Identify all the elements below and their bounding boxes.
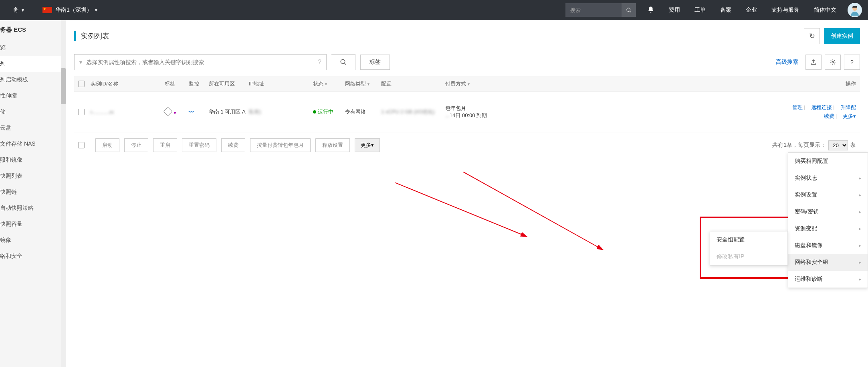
chevron-right-icon: ▸	[859, 175, 861, 181]
sidebar-item-overview[interactable]: 览	[0, 40, 66, 56]
menu-buy-same[interactable]: 购买相同配置	[788, 153, 868, 170]
menu-instance-status[interactable]: 实例状态▸	[788, 170, 868, 187]
search-icon	[340, 59, 347, 66]
user-avatar[interactable]	[848, 3, 862, 17]
nav-language[interactable]: 简体中文	[807, 0, 844, 20]
bulk-more-button[interactable]: 更多▾	[355, 138, 380, 152]
nav-billing[interactable]: 费用	[662, 0, 687, 20]
bulk-renew-button[interactable]: 续费	[221, 138, 245, 152]
col-zone: 所在可用区	[209, 80, 249, 87]
col-pay[interactable]: 付费方式▼	[445, 80, 525, 87]
menu-network-security[interactable]: 网络和安全组▸	[788, 254, 868, 271]
payment-cell: 包年包月 ...14日 00:00 到期	[445, 105, 525, 119]
nav-enterprise[interactable]: 企业	[739, 0, 764, 20]
sidebar-item-snapshot-capacity[interactable]: 快照容量	[0, 216, 66, 232]
sidebar-scrollbar[interactable]	[61, 20, 66, 367]
pagination-unit: 条	[850, 142, 856, 149]
advanced-search-link[interactable]: 高级搜索	[776, 59, 798, 66]
bulk-stop-button[interactable]: 停止	[124, 138, 148, 152]
settings-button[interactable]	[825, 55, 841, 70]
sidebar-item-images[interactable]: 镜像	[0, 232, 66, 248]
help-icon[interactable]: ?	[318, 59, 321, 66]
global-search-input[interactable]	[565, 7, 622, 13]
menu-disk-image[interactable]: 磁盘和镜像▸	[788, 237, 868, 254]
bulk-action-bar: 启动 停止 重启 重置密码 续费 按量付费转包年包月 释放设置 更多▾ 共有1条…	[74, 132, 860, 158]
row-checkbox[interactable]	[78, 109, 85, 115]
sidebar-item-snapshot-list[interactable]: 快照列表	[0, 168, 66, 184]
sidebar-item-snapshot-chain[interactable]: 快照链	[0, 184, 66, 200]
attribute-search-input[interactable]	[86, 59, 318, 65]
sidebar-item-autoscaling[interactable]: 性伸缩	[0, 88, 66, 104]
zone-cell: 华南 1 可用区 A	[209, 108, 249, 116]
tag-icon[interactable]	[164, 107, 173, 116]
export-button[interactable]	[805, 55, 822, 70]
refresh-button[interactable]	[804, 28, 820, 44]
col-tag: 标签	[165, 80, 189, 87]
bulk-restart-button[interactable]: 重启	[153, 138, 177, 152]
export-icon	[810, 59, 817, 65]
search-button[interactable]	[331, 54, 355, 70]
sort-icon: ▼	[324, 82, 328, 86]
bulk-resetpw-button[interactable]: 重置密码	[182, 138, 216, 152]
refresh-icon	[809, 32, 815, 41]
sidebar: 务器 ECS 览 列 列启动模板 性伸缩 储 云盘 文件存储 NAS 照和镜像 …	[0, 20, 66, 367]
action-more[interactable]: 更多▾	[843, 113, 856, 119]
bulk-start-button[interactable]: 启动	[95, 138, 119, 152]
tag-filter-button[interactable]: 标签	[360, 55, 390, 70]
chevron-right-icon: ▸	[859, 226, 861, 231]
menu-resource-change[interactable]: 资源变配▸	[788, 220, 868, 237]
chevron-down-icon[interactable]: ▾	[79, 59, 82, 65]
col-status[interactable]: 状态▼	[313, 80, 345, 87]
question-icon: ?	[850, 59, 854, 65]
submenu-security-group[interactable]: 安全组配置	[710, 231, 787, 248]
nav-region-selector[interactable]: 华南1（深圳） ▼	[35, 0, 105, 20]
status-cell: 运行中	[313, 108, 345, 116]
help-button[interactable]: ?	[844, 55, 860, 70]
instance-id[interactable]: i-...........m	[91, 109, 114, 115]
top-navbar: 务▼ 华南1（深圳） ▼ 费用 工单 备案 企业 支持与服务 简体中文	[0, 0, 868, 20]
annotation-arrow-2	[463, 172, 611, 256]
action-remote[interactable]: 远程连接	[811, 104, 832, 110]
search-icon	[626, 7, 632, 13]
sidebar-item-snapshots-images[interactable]: 照和镜像	[0, 152, 66, 168]
sidebar-item-launch-templates[interactable]: 列启动模板	[0, 72, 66, 88]
sidebar-item-network-security[interactable]: 络和安全	[0, 248, 66, 264]
chevron-down-icon: ▾	[853, 113, 856, 119]
action-manage[interactable]: 管理	[792, 104, 803, 110]
per-page-select[interactable]: 20	[828, 140, 848, 150]
sidebar-item-storage[interactable]: 储	[0, 104, 66, 120]
more-dropdown-menu: 购买相同配置 实例状态▸ 实例设置▸ 密码/密钥▸ 资源变配▸ 磁盘和镜像▸ 网…	[788, 152, 868, 288]
select-all-checkbox[interactable]	[78, 81, 85, 87]
action-updown[interactable]: 升降配	[840, 104, 856, 110]
nav-support[interactable]: 支持与服务	[764, 0, 807, 20]
sidebar-item-instances[interactable]: 列	[0, 56, 66, 72]
nav-services-dropdown[interactable]: 务▼	[6, 0, 32, 20]
nav-tickets[interactable]: 工单	[687, 0, 713, 20]
sidebar-item-disk[interactable]: 云盘	[0, 120, 66, 136]
submenu-modify-private-ip: 修改私有IP	[710, 248, 787, 265]
svg-line-8	[463, 172, 603, 250]
global-search	[565, 3, 636, 17]
monitoring-icon[interactable]: 〰	[189, 109, 194, 115]
chevron-right-icon: ▸	[859, 209, 861, 215]
region-label: 华南1（深圳）	[55, 6, 92, 14]
pagination-text: 共有1条，每页显示：	[772, 142, 826, 149]
menu-instance-settings[interactable]: 实例设置▸	[788, 187, 868, 203]
col-net[interactable]: 网络类型▼	[345, 80, 381, 87]
action-renew[interactable]: 续费	[824, 113, 834, 119]
bulk-convert-button[interactable]: 按量付费转包年包月	[250, 138, 311, 152]
bulk-select-checkbox[interactable]	[78, 142, 85, 148]
status-dot-icon	[313, 110, 316, 114]
global-search-button[interactable]	[622, 3, 636, 17]
network-security-submenu: 安全组配置 修改私有IP	[710, 231, 788, 266]
notifications-button[interactable]	[640, 6, 662, 14]
sidebar-item-nas[interactable]: 文件存储 NAS	[0, 136, 66, 152]
ip-cell: 私有)	[249, 109, 261, 115]
nav-icp[interactable]: 备案	[713, 0, 739, 20]
bulk-release-button[interactable]: 释放设置	[315, 138, 350, 152]
create-instance-button[interactable]: 创建实例	[824, 28, 860, 44]
sidebar-title: 务器 ECS	[0, 20, 66, 40]
menu-password-key[interactable]: 密码/密钥▸	[788, 203, 868, 220]
menu-ops-diagnosis[interactable]: 运维和诊断▸	[788, 271, 868, 288]
sidebar-item-auto-snapshot[interactable]: 自动快照策略	[0, 200, 66, 216]
